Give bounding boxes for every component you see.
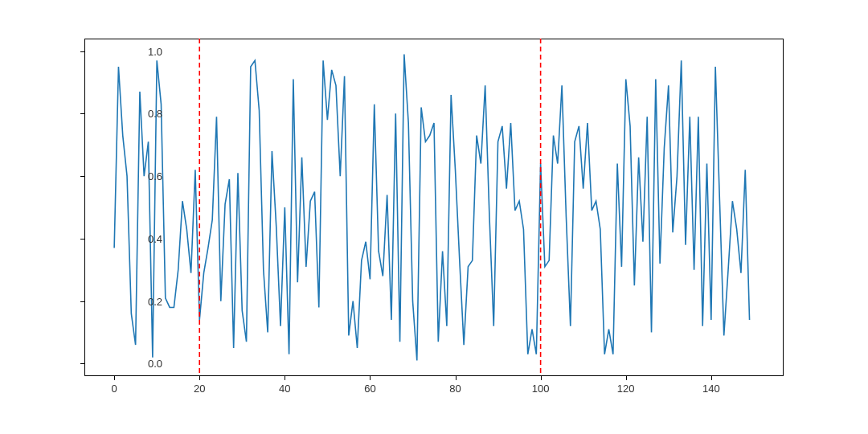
x-tick-label: 120 [617,383,635,395]
y-tick-mark [80,51,84,52]
y-tick-label: 0.4 [148,232,162,244]
x-tick-label: 20 [194,383,205,395]
x-tick-mark [114,376,115,380]
chart-container [84,39,784,376]
x-tick-label: 0 [112,383,117,395]
y-tick-label: 0.8 [148,108,162,120]
x-tick-label: 60 [364,383,375,395]
x-tick-mark [370,376,371,380]
y-tick-label: 0.0 [148,358,162,370]
data-line [114,54,749,360]
y-tick-mark [80,363,84,364]
x-tick-label: 100 [532,383,550,395]
y-tick-label: 0.2 [148,295,162,307]
x-tick-mark [626,376,627,380]
y-tick-mark [80,301,84,302]
x-tick-label: 140 [702,383,720,395]
x-tick-mark [456,376,457,380]
line-chart-svg [84,39,784,376]
y-tick-mark [80,176,84,177]
x-tick-mark [541,376,542,380]
y-tick-mark [80,113,84,114]
x-tick-label: 40 [279,383,290,395]
x-tick-label: 80 [449,383,461,395]
y-tick-label: 0.6 [148,170,162,182]
y-tick-mark [80,239,84,240]
x-tick-mark [285,376,285,380]
y-tick-label: 1.0 [148,45,162,57]
x-tick-mark [199,376,200,380]
x-tick-mark [711,376,712,380]
